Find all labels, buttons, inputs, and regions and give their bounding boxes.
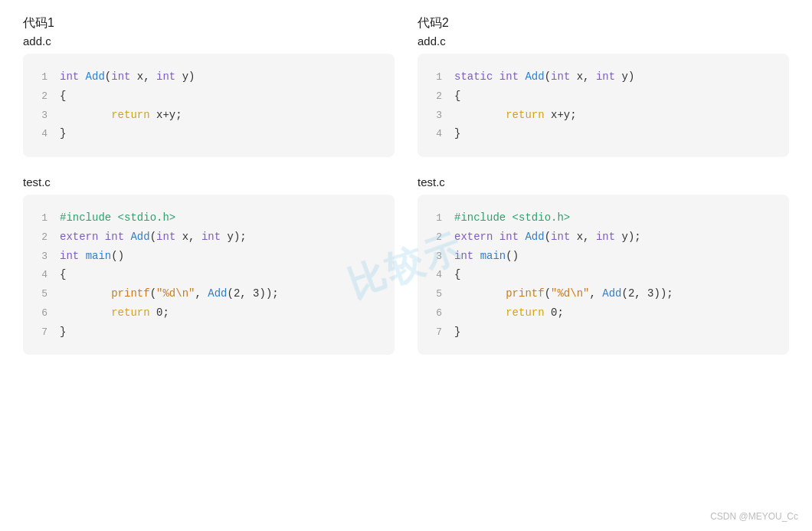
code-line: 6 return 0; bbox=[29, 303, 382, 323]
left-test-file: test.c bbox=[23, 175, 395, 188]
code-content: int main() bbox=[454, 247, 519, 266]
line-number: 4 bbox=[424, 126, 442, 143]
line-number: 7 bbox=[424, 324, 442, 342]
code-token: Add bbox=[208, 287, 227, 300]
right-column: 代码2 add.c 1static int Add(int x, int y)2… bbox=[417, 15, 789, 373]
code-line: 1int Add(int x, int y) bbox=[29, 67, 382, 87]
code-token: int bbox=[156, 70, 175, 83]
code-line: 4} bbox=[424, 124, 777, 143]
code-content: int main() bbox=[60, 247, 124, 266]
left-add-code-block: 1int Add(int x, int y)2{3 return x+y;4} bbox=[23, 54, 395, 157]
code-content: extern int Add(int x, int y); bbox=[60, 228, 247, 247]
code-content: { bbox=[60, 265, 66, 284]
code-line: 3int main() bbox=[29, 247, 382, 266]
code-token: extern bbox=[60, 231, 98, 243]
line-number: 4 bbox=[29, 267, 47, 284]
code-token: int bbox=[551, 70, 570, 83]
code-content: } bbox=[60, 323, 66, 342]
line-number: 3 bbox=[424, 248, 442, 266]
code-content: printf("%d\n", Add(2, 3)); bbox=[454, 284, 673, 303]
right-test-file: test.c bbox=[417, 175, 789, 188]
code-content: #include <stdio.h> bbox=[454, 208, 570, 228]
code-token: <stdio.h> bbox=[506, 211, 570, 224]
line-number: 3 bbox=[424, 107, 442, 125]
code-token: int bbox=[499, 70, 519, 83]
code-token: #include bbox=[60, 211, 111, 224]
code-token: int bbox=[551, 231, 570, 243]
code-content: { bbox=[454, 87, 460, 106]
code-token: "%d\n" bbox=[156, 287, 195, 300]
code-content: { bbox=[60, 87, 66, 106]
code-token: extern bbox=[454, 231, 493, 243]
code-line: 1#include <stdio.h> bbox=[424, 208, 777, 228]
code-line: 3 return x+y; bbox=[29, 106, 382, 125]
code-token: return bbox=[111, 306, 149, 319]
code-content: return 0; bbox=[454, 303, 564, 323]
line-number: 7 bbox=[29, 324, 47, 342]
code-line: 1static int Add(int x, int y) bbox=[424, 67, 777, 87]
code-token: <stdio.h> bbox=[111, 211, 175, 224]
code-token: int bbox=[60, 250, 79, 262]
left-column: 代码1 add.c 1int Add(int x, int y)2{3 retu… bbox=[23, 15, 395, 373]
left-add-file: add.c bbox=[23, 34, 395, 48]
code-content: } bbox=[454, 124, 460, 143]
line-number: 4 bbox=[29, 126, 47, 143]
code-line: 2{ bbox=[29, 87, 382, 106]
line-number: 5 bbox=[424, 286, 442, 303]
code-token: static bbox=[454, 70, 493, 83]
code-token: printf bbox=[506, 287, 544, 300]
code-token: return bbox=[111, 109, 149, 121]
code-token: int bbox=[454, 250, 473, 262]
code-content: { bbox=[454, 265, 460, 284]
right-add-file: add.c bbox=[417, 34, 789, 48]
left-section-title: 代码1 bbox=[23, 15, 395, 31]
code-line: 4} bbox=[29, 124, 382, 143]
code-line: 5 printf("%d\n", Add(2, 3)); bbox=[424, 284, 777, 303]
code-content: return 0; bbox=[60, 303, 169, 323]
right-section-title: 代码2 bbox=[417, 15, 789, 31]
code-line: 6 return 0; bbox=[424, 303, 777, 323]
code-token: return bbox=[506, 109, 544, 121]
code-token: int bbox=[596, 70, 615, 83]
line-number: 5 bbox=[29, 286, 47, 303]
code-line: 7} bbox=[424, 323, 777, 342]
code-line: 3int main() bbox=[424, 247, 777, 266]
code-token: #include bbox=[454, 211, 506, 224]
right-add-code-block: 1static int Add(int x, int y)2{3 return … bbox=[417, 54, 789, 157]
code-token: main bbox=[480, 250, 506, 262]
code-line: 2{ bbox=[424, 87, 777, 106]
line-number: 2 bbox=[29, 88, 47, 106]
line-number: 6 bbox=[424, 305, 442, 323]
code-content: int Add(int x, int y) bbox=[60, 67, 195, 87]
code-content: #include <stdio.h> bbox=[60, 208, 175, 228]
code-token: Add bbox=[130, 231, 149, 243]
line-number: 1 bbox=[424, 69, 442, 87]
code-token: int bbox=[201, 231, 221, 243]
code-token: Add bbox=[525, 231, 544, 243]
code-token: "%d\n" bbox=[551, 287, 589, 300]
code-token: int bbox=[105, 231, 124, 243]
code-token: return bbox=[506, 306, 544, 319]
code-content: extern int Add(int x, int y); bbox=[454, 228, 641, 247]
code-line: 5 printf("%d\n", Add(2, 3)); bbox=[29, 284, 382, 303]
line-number: 1 bbox=[29, 210, 47, 228]
code-token: Add bbox=[86, 70, 105, 83]
line-number: 2 bbox=[29, 229, 47, 247]
code-token: Add bbox=[525, 70, 544, 83]
code-line: 2extern int Add(int x, int y); bbox=[424, 228, 777, 247]
code-token: Add bbox=[602, 287, 621, 300]
code-line: 1#include <stdio.h> bbox=[29, 208, 382, 228]
line-number: 2 bbox=[424, 229, 442, 247]
line-number: 6 bbox=[29, 305, 47, 323]
code-content: } bbox=[454, 323, 460, 342]
code-token: int bbox=[596, 231, 615, 243]
line-number: 1 bbox=[424, 210, 442, 228]
code-token: int bbox=[111, 70, 130, 83]
code-line: 4{ bbox=[424, 265, 777, 284]
code-content: printf("%d\n", Add(2, 3)); bbox=[60, 284, 279, 303]
main-layout: 代码1 add.c 1int Add(int x, int y)2{3 retu… bbox=[23, 15, 789, 373]
code-token: main bbox=[86, 250, 112, 262]
line-number: 3 bbox=[29, 107, 47, 125]
code-line: 4{ bbox=[29, 265, 382, 284]
code-line: 3 return x+y; bbox=[424, 106, 777, 125]
